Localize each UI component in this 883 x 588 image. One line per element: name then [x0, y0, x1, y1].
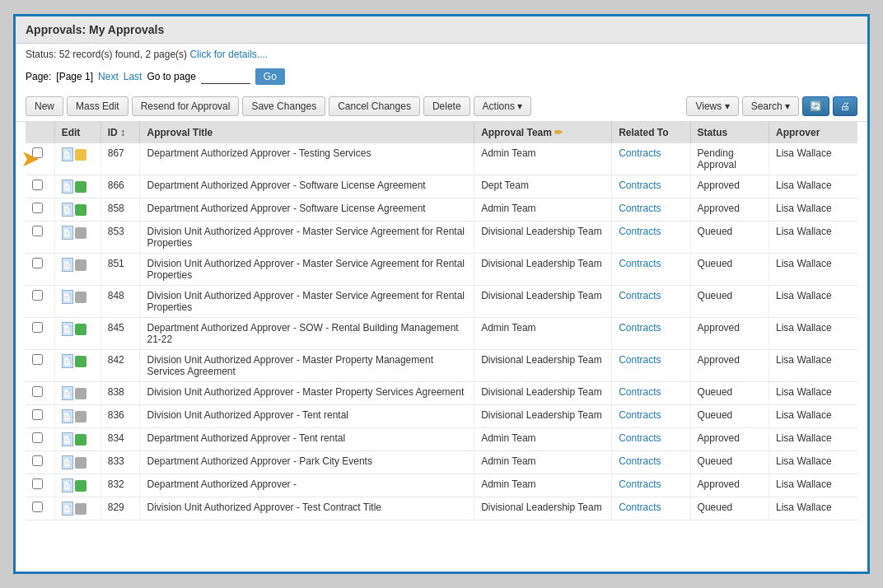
- go-button[interactable]: Go: [255, 68, 285, 85]
- search-button[interactable]: Search ▾: [742, 96, 799, 116]
- doc-icon[interactable]: 📄: [62, 354, 73, 368]
- row-edit-cell: 📄: [54, 318, 100, 350]
- row-checkbox[interactable]: [32, 409, 43, 420]
- row-approval-team: Admin Team: [474, 318, 612, 350]
- col-header-title: Approval Title: [140, 122, 474, 143]
- contracts-link[interactable]: Contracts: [619, 502, 661, 513]
- table-row: 📄 836 Division Unit Authorized Approver …: [26, 405, 857, 428]
- refresh-button[interactable]: 🔄: [802, 96, 829, 116]
- row-checkbox-cell: [26, 350, 54, 382]
- row-title: Division Unit Authorized Approver - Mast…: [140, 350, 474, 382]
- status-color-indicator: [75, 434, 86, 446]
- doc-icon[interactable]: 📄: [62, 258, 73, 272]
- table-row: 📄 832 Department Authorized Approver - A…: [26, 474, 857, 497]
- row-checkbox-cell: [26, 254, 54, 286]
- contracts-link[interactable]: Contracts: [619, 432, 661, 444]
- doc-icon[interactable]: 📄: [62, 386, 73, 400]
- toolbar-left: New Mass Edit Resend for Approval Save C…: [26, 96, 531, 116]
- approvals-table: Edit ID ↕ Approval Title Approval Team ✏…: [26, 122, 857, 520]
- contracts-link[interactable]: Contracts: [619, 290, 661, 301]
- status-color-indicator: [75, 259, 86, 271]
- contracts-link[interactable]: Contracts: [619, 180, 661, 191]
- next-page-link[interactable]: Next: [98, 71, 119, 82]
- doc-icon[interactable]: 📄: [62, 226, 73, 240]
- row-edit-cell: 📄: [54, 474, 100, 497]
- doc-icon[interactable]: 📄: [62, 478, 73, 492]
- row-edit-cell: 📄: [54, 428, 100, 451]
- row-related-to: Contracts: [612, 382, 690, 405]
- col-header-team: Approval Team ✏: [474, 122, 612, 143]
- doc-icon[interactable]: 📄: [62, 290, 73, 304]
- contracts-link[interactable]: Contracts: [619, 322, 661, 334]
- row-id: 848: [100, 286, 140, 318]
- table-row: 📄 833 Department Authorized Approver - P…: [26, 451, 857, 474]
- row-approver: Lisa Wallace: [769, 318, 857, 350]
- doc-icon[interactable]: 📄: [62, 322, 73, 336]
- row-approver: Lisa Wallace: [769, 350, 857, 382]
- doc-icon[interactable]: 📄: [62, 409, 73, 423]
- new-button[interactable]: New: [26, 96, 63, 116]
- row-id: 851: [100, 254, 140, 286]
- contracts-link[interactable]: Contracts: [619, 386, 661, 398]
- row-status: Queued: [690, 451, 769, 474]
- row-status: Approved: [690, 474, 769, 497]
- contracts-link[interactable]: Contracts: [619, 409, 661, 421]
- contracts-link[interactable]: Contracts: [619, 354, 661, 366]
- doc-icon[interactable]: 📄: [62, 432, 73, 446]
- contracts-link[interactable]: Contracts: [619, 455, 661, 467]
- title-bar: Approvals: My Approvals: [16, 16, 867, 44]
- col-header-id: ID ↕: [100, 122, 140, 143]
- row-checkbox[interactable]: [32, 290, 43, 301]
- row-checkbox[interactable]: [32, 432, 43, 443]
- row-checkbox[interactable]: [32, 386, 43, 397]
- status-color-indicator: [75, 181, 86, 193]
- row-checkbox[interactable]: [32, 478, 43, 489]
- actions-button[interactable]: Actions ▾: [474, 96, 532, 116]
- row-checkbox[interactable]: [32, 203, 43, 213]
- contracts-link[interactable]: Contracts: [619, 478, 661, 490]
- doc-icon[interactable]: 📄: [62, 502, 73, 516]
- row-checkbox[interactable]: [32, 322, 43, 333]
- mass-edit-button[interactable]: Mass Edit: [67, 96, 128, 116]
- row-status: Queued: [690, 497, 769, 520]
- row-edit-cell: 📄: [54, 405, 100, 428]
- pencil-icon[interactable]: ✏: [554, 127, 563, 138]
- row-checkbox-cell: [26, 451, 54, 474]
- cancel-changes-button[interactable]: Cancel Changes: [329, 96, 420, 116]
- last-page-link[interactable]: Last: [124, 71, 142, 82]
- row-checkbox-cell: [26, 286, 54, 318]
- row-checkbox-cell: [26, 428, 54, 451]
- contracts-link[interactable]: Contracts: [619, 147, 661, 159]
- save-changes-button[interactable]: Save Changes: [242, 96, 325, 116]
- row-checkbox[interactable]: [32, 180, 43, 190]
- row-id: 853: [100, 222, 140, 254]
- doc-icon[interactable]: 📄: [62, 147, 73, 161]
- row-title: Division Unit Authorized Approver - Mast…: [140, 382, 474, 405]
- row-id: 838: [100, 382, 140, 405]
- status-details-link[interactable]: Click for details....: [189, 49, 268, 60]
- contracts-link[interactable]: Contracts: [619, 226, 661, 237]
- row-status: Approved: [690, 428, 769, 451]
- doc-icon[interactable]: 📄: [62, 455, 73, 469]
- go-to-page-input[interactable]: [201, 70, 250, 84]
- row-checkbox[interactable]: [32, 226, 43, 236]
- status-color-indicator: [75, 356, 86, 367]
- row-checkbox[interactable]: [32, 354, 43, 365]
- views-button[interactable]: Views ▾: [686, 96, 738, 116]
- row-title: Division Unit Authorized Approver - Mast…: [140, 286, 474, 318]
- row-checkbox-cell: [26, 474, 54, 497]
- delete-button[interactable]: Delete: [423, 96, 470, 116]
- row-status: Approved: [690, 318, 769, 350]
- contracts-link[interactable]: Contracts: [619, 203, 661, 214]
- row-checkbox[interactable]: [32, 258, 43, 268]
- status-color-indicator: [75, 457, 86, 469]
- contracts-link[interactable]: Contracts: [619, 258, 661, 269]
- doc-icon[interactable]: 📄: [62, 180, 73, 194]
- resend-approval-button[interactable]: Resend for Approval: [132, 96, 240, 116]
- doc-icon[interactable]: 📄: [62, 203, 73, 217]
- print-button[interactable]: 🖨: [833, 96, 857, 116]
- row-checkbox[interactable]: [32, 502, 43, 512]
- status-color-indicator: [75, 324, 86, 335]
- row-approval-team: Admin Team: [474, 428, 612, 451]
- row-checkbox[interactable]: [32, 455, 43, 466]
